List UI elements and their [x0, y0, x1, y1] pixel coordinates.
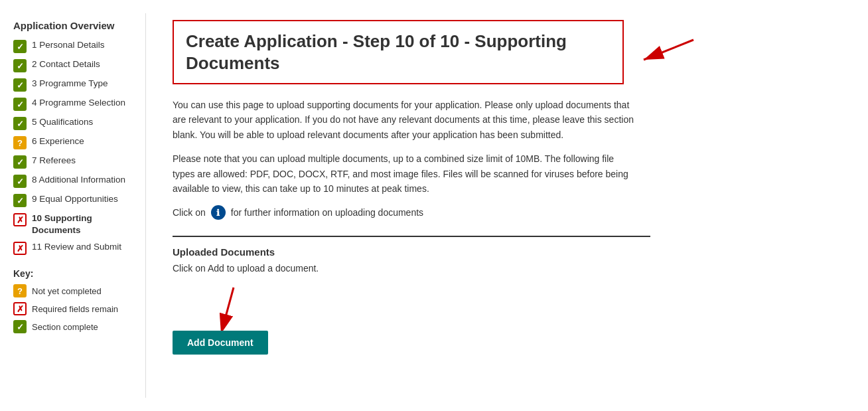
step-4-label: 4 Programme Selection	[32, 97, 125, 109]
sidebar-item-step-9[interactable]: ✓9 Equal Opportunities	[13, 193, 132, 207]
info-icon[interactable]: ℹ	[211, 205, 226, 220]
step-11-icon: ✗	[13, 242, 27, 255]
bottom-row: Add Document	[173, 284, 650, 355]
step-9-label: 9 Equal Opportunities	[32, 193, 118, 205]
sidebar-item-step-5[interactable]: ✓5 Qualifications	[13, 116, 132, 130]
key-item-required: ✗Required fields remain	[13, 302, 132, 315]
uploaded-documents-section: Uploaded Documents Click on Add to uploa…	[173, 236, 650, 355]
sidebar-item-step-7[interactable]: ✓7 Referees	[13, 155, 132, 169]
sidebar-step-list: ✓1 Personal Details✓2 Contact Details✓3 …	[13, 39, 132, 255]
key-item-incomplete: ?Not yet completed	[13, 284, 132, 297]
sidebar-title: Application Overview	[13, 20, 132, 31]
sidebar-item-step-11[interactable]: ✗11 Review and Submit	[13, 241, 132, 255]
sidebar-item-step-2[interactable]: ✓2 Contact Details	[13, 58, 132, 72]
step-6-label: 6 Experience	[32, 135, 84, 147]
red-arrow-down-to-button	[194, 284, 247, 331]
step-4-icon: ✓	[13, 98, 27, 111]
sidebar-item-step-8[interactable]: ✓8 Additional Information	[13, 174, 132, 188]
sidebar-item-step-10[interactable]: ✗10 Supporting Documents	[13, 212, 132, 236]
key-item-complete: ✓Section complete	[13, 320, 132, 333]
step-3-icon: ✓	[13, 78, 27, 92]
sidebar-item-step-4[interactable]: ✓4 Programme Selection	[13, 97, 132, 111]
key-icon-required: ✗	[13, 302, 27, 315]
add-document-button[interactable]: Add Document	[173, 331, 268, 355]
step-2-label: 2 Contact Details	[32, 58, 100, 70]
step-5-label: 5 Qualifications	[32, 116, 93, 128]
step-6-icon: ?	[13, 136, 27, 149]
key-list: ?Not yet completed✗Required fields remai…	[13, 284, 132, 333]
key-label-required: Required fields remain	[32, 304, 118, 314]
key-label-incomplete: Not yet completed	[32, 286, 102, 296]
uploaded-docs-desc: Click on Add to upload a document.	[173, 263, 650, 274]
info-row: Click on ℹ for further information on up…	[173, 205, 841, 220]
key-icon-incomplete: ?	[13, 284, 27, 297]
page-title: Create Application - Step 10 of 10 - Sup…	[186, 31, 611, 74]
step-2-icon: ✓	[13, 59, 27, 72]
red-arrow-right	[637, 33, 697, 68]
svg-line-1	[644, 40, 693, 60]
key-section: Key: ?Not yet completed✗Required fields …	[13, 268, 132, 333]
step-11-label: 11 Review and Submit	[32, 241, 121, 253]
step-9-icon: ✓	[13, 194, 27, 207]
step-8-label: 8 Additional Information	[32, 174, 125, 186]
step-1-label: 1 Personal Details	[32, 39, 105, 51]
step-10-label: 10 Supporting Documents	[32, 212, 132, 236]
description-2: Please note that you can upload multiple…	[173, 151, 637, 196]
step-3-label: 3 Programme Type	[32, 78, 108, 90]
step-7-icon: ✓	[13, 155, 27, 169]
uploaded-docs-title: Uploaded Documents	[173, 246, 650, 258]
step-5-icon: ✓	[13, 117, 27, 130]
sidebar: Application Overview ✓1 Personal Details…	[0, 13, 146, 398]
svg-line-3	[224, 288, 234, 324]
page-title-box: Create Application - Step 10 of 10 - Sup…	[173, 20, 624, 84]
description-1: You can use this page to upload supporti…	[173, 98, 637, 142]
sidebar-item-step-3[interactable]: ✓3 Programme Type	[13, 78, 132, 92]
key-title: Key:	[13, 268, 132, 279]
step-1-icon: ✓	[13, 40, 27, 53]
step-8-icon: ✓	[13, 175, 27, 188]
key-label-complete: Section complete	[32, 322, 98, 332]
step-10-icon: ✗	[13, 213, 27, 226]
step-7-label: 7 Referees	[32, 155, 76, 167]
main-content: Create Application - Step 10 of 10 - Sup…	[146, 13, 868, 398]
key-icon-complete: ✓	[13, 320, 27, 333]
info-text: for further information on uploading doc…	[231, 207, 423, 218]
sidebar-item-step-6[interactable]: ?6 Experience	[13, 135, 132, 149]
sidebar-item-step-1[interactable]: ✓1 Personal Details	[13, 39, 132, 53]
